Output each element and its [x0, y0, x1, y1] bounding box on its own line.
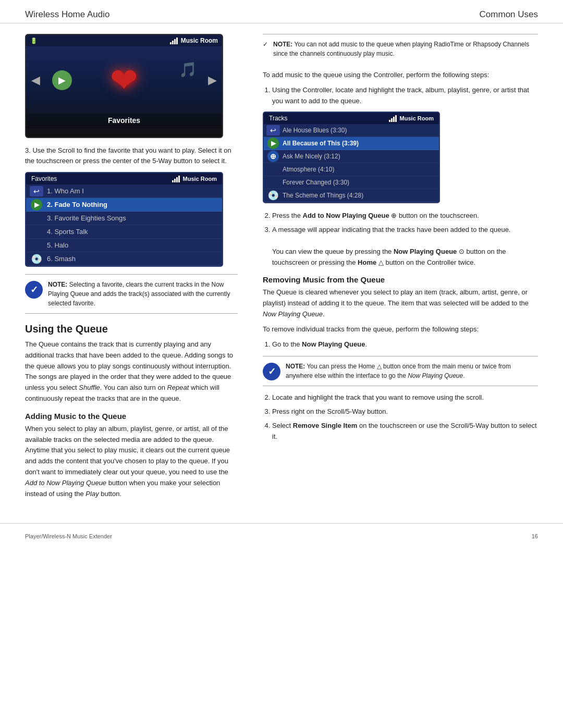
note-bottom-text: NOTE: You can press the Home △ button on…	[286, 362, 538, 380]
fav-device-header: Favorites Music Room	[26, 173, 222, 184]
page-footer: Player/Wireless-N Music Extender 16	[0, 523, 563, 546]
shuffle-italic: Shuffle	[79, 384, 100, 391]
back-btn-track: ↩	[266, 125, 280, 135]
fav-row-5[interactable]: 5. Halo	[26, 239, 222, 252]
back-button-icon: ↩	[30, 186, 43, 196]
fav-row-6-label: 6. Smash	[47, 255, 76, 263]
track-row-2[interactable]: ▶ All Because of This (3:39)	[264, 137, 439, 150]
right-step-2: Press the Add to Now Playing Queue ⊕ but…	[272, 211, 538, 221]
track-row-6[interactable]: 💿 The Scheme of Things (4:28)	[264, 189, 439, 202]
remove-steps-list: Go to the Now Playing Queue.	[272, 339, 538, 350]
add-queue-bold: Add to Now Playing Queue	[303, 212, 389, 219]
note-bottom-bold: NOTE:	[286, 363, 305, 370]
page-header: Wireless Home Audio Common Uses	[0, 0, 563, 23]
tracks-title: Tracks	[269, 115, 288, 122]
track-row-3-label: Ask Me Nicely (3:12)	[283, 153, 340, 160]
right-column: ✓ NOTE: You can not add music to the que…	[250, 23, 563, 514]
fav-row-5-label: 5. Halo	[47, 241, 68, 249]
cd-icon-track: 💿	[267, 190, 279, 201]
screen-topbar: 🔋 Music Room	[26, 35, 222, 46]
track-row-2-label: All Because of This (3:39)	[283, 140, 359, 147]
steps-list-right: Using the Controller, locate and highlig…	[272, 85, 538, 107]
track-row-6-label: The Scheme of Things (4:28)	[283, 192, 363, 199]
rem-step-2: Locate and highlight the track that you …	[272, 392, 538, 403]
arrow-right-icon: ▶	[208, 73, 217, 87]
fav-device-title: Favorites	[31, 175, 57, 182]
fav-row-1-icon: ↩	[29, 186, 44, 197]
note-top-content: You can not add music to the queue when …	[273, 41, 529, 57]
favorites-device: Favorites Music Room ↩ 1. Who Am I	[25, 172, 223, 267]
fav-row-1[interactable]: ↩ 1. Who Am I	[26, 184, 222, 198]
fav-row-1-label: 1. Who Am I	[47, 187, 84, 195]
main-content: 🔋 Music Room ◀ ▶ ❤ 🎵 ▶	[0, 23, 563, 514]
track-row-3[interactable]: ⊕ Ask Me Nicely (3:12)	[264, 150, 439, 163]
fav-row-6[interactable]: 💿 6. Smash	[26, 252, 222, 266]
fav-signal: Music Room	[172, 176, 217, 182]
tracks-device: Tracks Music Room ↩ Ale House Blues (3:3…	[263, 112, 440, 203]
rem-step-3: Press right on the Scroll/5-Way button.	[272, 406, 538, 417]
tracks-signal-text: Music Room	[400, 115, 434, 121]
header-right: Common Uses	[480, 9, 538, 20]
fav-row-3-label: 3. Favorite Eighties Songs	[47, 214, 126, 222]
screen-center: ◀ ▶ ❤ 🎵 ▶	[26, 46, 222, 114]
note-content: Selecting a favorite, clears the current…	[48, 281, 230, 307]
track-row-4-label: Atmosphere (4:10)	[283, 166, 334, 173]
play-button-small-icon: ▶	[31, 199, 42, 211]
right-step-3: A message will appear indicating that th…	[272, 225, 538, 268]
sub-heading-removing: Removing Music from the Queue	[263, 275, 538, 284]
heart-icon: ❤	[110, 61, 138, 100]
now-playing-queue-bold: Now Playing Queue	[302, 340, 365, 348]
sub-heading-adding: Adding Music to the Queue	[25, 412, 238, 421]
queue-btn-icon: ⊕	[391, 212, 397, 219]
note-box-bottom: ✓ NOTE: You can press the Home △ button …	[263, 356, 538, 386]
play-button-screen: ▶	[52, 70, 72, 90]
device-screen-favorites: 🔋 Music Room ◀ ▶ ❤ 🎵 ▶	[25, 34, 223, 138]
remove-single-bold: Remove Single Item	[293, 422, 358, 429]
track-row-1-label: Ale House Blues (3:30)	[283, 127, 347, 134]
right-step-1: Using the Controller, locate and highlig…	[272, 85, 538, 107]
track-row-5[interactable]: Forever Changed (3:30)	[264, 176, 439, 189]
music-note-icon: 🎵	[179, 61, 197, 78]
note-bold-label: NOTE:	[48, 281, 67, 288]
play-italic: Play	[85, 490, 99, 498]
note-text: NOTE: Selecting a favorite, clears the c…	[48, 280, 238, 308]
queue-icon-2: ⊙	[459, 248, 464, 255]
home-icon: △	[378, 258, 384, 266]
rem-step-1: Go to the Now Playing Queue.	[272, 339, 538, 350]
fav-row-4[interactable]: 4. Sports Talk	[26, 225, 222, 239]
step3-text: 3. Use the Scroll to find the favorite t…	[25, 145, 238, 166]
fav-row-2-label: 2. Fade To Nothing	[47, 201, 107, 208]
header-left: Wireless Home Audio	[25, 9, 110, 20]
note-box-favorites: ✓ NOTE: Selecting a favorite, clears the…	[25, 274, 238, 314]
section-heading-queue: Using the Queue	[25, 323, 238, 335]
track-row-6-icon: 💿	[266, 190, 280, 201]
repeat-italic: Repeat	[167, 384, 189, 391]
now-playing-italic-bottom: Now Playing Queue	[408, 372, 463, 379]
fav-row-3-icon	[29, 213, 44, 224]
track-row-1-icon: ↩	[266, 125, 280, 135]
fav-device-signal-text: Music Room	[183, 176, 217, 182]
fav-row-3[interactable]: 3. Favorite Eighties Songs	[26, 212, 222, 225]
now-playing-italic: Now Playing Queue	[263, 310, 323, 318]
removing-body-text: The Queue is cleared whenever you select…	[263, 287, 538, 319]
arrow-left-icon: ◀	[31, 73, 40, 87]
removing-body2-text: To remove individual tracks from the que…	[263, 324, 538, 335]
steps-list-right-2: Press the Add to Now Playing Queue ⊕ but…	[272, 211, 538, 268]
add-to-queue-italic: Add to Now Playing Queue	[25, 479, 106, 487]
right-step-1-text: Using the Controller, locate and highlig…	[272, 86, 529, 105]
track-row-3-icon: ⊕	[266, 151, 280, 162]
right-intro-text: To add music to the queue using the Cont…	[263, 70, 538, 81]
fav-row-2-icon: ▶	[29, 199, 44, 211]
home-bold: Home	[358, 258, 376, 266]
fav-row-5-icon	[29, 240, 44, 251]
battery-icon: 🔋	[30, 38, 38, 44]
fav-row-4-icon	[29, 226, 44, 238]
fav-row-2[interactable]: ▶ 2. Fade To Nothing	[26, 198, 222, 212]
note-bottom-content: You can press the Home △ button once fro…	[286, 363, 511, 379]
track-row-2-icon: ▶	[266, 138, 280, 149]
track-row-1[interactable]: ↩ Ale House Blues (3:30)	[264, 124, 439, 137]
note-top-bold: NOTE:	[273, 41, 292, 48]
screen-title: Music Room	[181, 37, 218, 44]
note-check-icon-bottom: ✓	[263, 363, 280, 380]
track-row-4[interactable]: Atmosphere (4:10)	[264, 163, 439, 176]
